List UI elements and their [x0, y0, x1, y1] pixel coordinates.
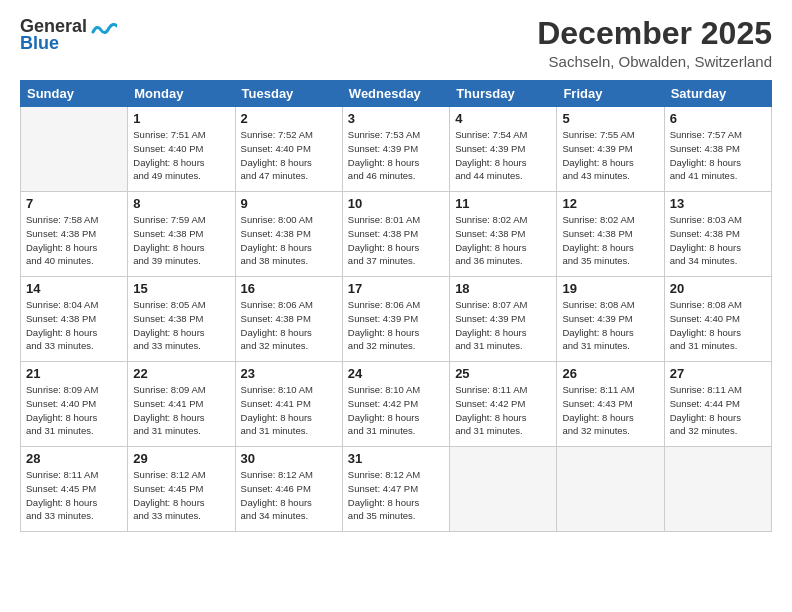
cell-line: Daylight: 8 hours	[562, 241, 658, 255]
cell-line: Daylight: 8 hours	[26, 326, 122, 340]
cell-line: Sunset: 4:38 PM	[133, 227, 229, 241]
cell-line: and 41 minutes.	[670, 169, 766, 183]
day-number: 21	[26, 366, 122, 381]
cell-line: Sunrise: 7:57 AM	[670, 128, 766, 142]
cell-content: Sunrise: 7:51 AMSunset: 4:40 PMDaylight:…	[133, 128, 229, 183]
cell-content: Sunrise: 7:57 AMSunset: 4:38 PMDaylight:…	[670, 128, 766, 183]
cell-content: Sunrise: 7:59 AMSunset: 4:38 PMDaylight:…	[133, 213, 229, 268]
cell-line: Daylight: 8 hours	[241, 241, 337, 255]
cell-line: Sunset: 4:41 PM	[241, 397, 337, 411]
cell-content: Sunrise: 8:11 AMSunset: 4:44 PMDaylight:…	[670, 383, 766, 438]
cell-line: and 37 minutes.	[348, 254, 444, 268]
cell-content: Sunrise: 8:02 AMSunset: 4:38 PMDaylight:…	[562, 213, 658, 268]
table-row: 6Sunrise: 7:57 AMSunset: 4:38 PMDaylight…	[664, 107, 771, 192]
cell-content: Sunrise: 8:12 AMSunset: 4:46 PMDaylight:…	[241, 468, 337, 523]
day-number: 11	[455, 196, 551, 211]
day-number: 17	[348, 281, 444, 296]
day-number: 31	[348, 451, 444, 466]
cell-content: Sunrise: 8:06 AMSunset: 4:39 PMDaylight:…	[348, 298, 444, 353]
table-row	[21, 107, 128, 192]
cell-line: Sunset: 4:39 PM	[455, 142, 551, 156]
cell-content: Sunrise: 7:55 AMSunset: 4:39 PMDaylight:…	[562, 128, 658, 183]
cell-line: Sunset: 4:39 PM	[455, 312, 551, 326]
cell-line: Sunrise: 8:11 AM	[562, 383, 658, 397]
day-number: 7	[26, 196, 122, 211]
cell-line: and 31 minutes.	[670, 339, 766, 353]
cell-line: Sunset: 4:45 PM	[26, 482, 122, 496]
cell-line: Sunset: 4:42 PM	[455, 397, 551, 411]
table-row: 11Sunrise: 8:02 AMSunset: 4:38 PMDayligh…	[450, 192, 557, 277]
cell-line: and 34 minutes.	[670, 254, 766, 268]
day-number: 30	[241, 451, 337, 466]
cell-line: Daylight: 8 hours	[348, 411, 444, 425]
cell-line: Sunset: 4:47 PM	[348, 482, 444, 496]
cell-line: Daylight: 8 hours	[133, 326, 229, 340]
day-number: 26	[562, 366, 658, 381]
cell-line: Sunrise: 8:06 AM	[348, 298, 444, 312]
cell-content: Sunrise: 8:07 AMSunset: 4:39 PMDaylight:…	[455, 298, 551, 353]
cell-line: Daylight: 8 hours	[455, 241, 551, 255]
day-number: 23	[241, 366, 337, 381]
cell-line: Daylight: 8 hours	[562, 156, 658, 170]
cell-line: Daylight: 8 hours	[562, 411, 658, 425]
cell-line: Sunset: 4:40 PM	[241, 142, 337, 156]
col-thursday: Thursday	[450, 81, 557, 107]
cell-line: Daylight: 8 hours	[670, 326, 766, 340]
cell-line: Sunrise: 8:09 AM	[133, 383, 229, 397]
cell-line: Sunset: 4:38 PM	[133, 312, 229, 326]
cell-line: Sunset: 4:38 PM	[241, 312, 337, 326]
cell-line: Daylight: 8 hours	[348, 496, 444, 510]
logo-wave-icon	[89, 18, 117, 36]
col-sunday: Sunday	[21, 81, 128, 107]
cell-content: Sunrise: 8:06 AMSunset: 4:38 PMDaylight:…	[241, 298, 337, 353]
cell-line: and 32 minutes.	[562, 424, 658, 438]
day-number: 8	[133, 196, 229, 211]
cell-line: Sunrise: 8:07 AM	[455, 298, 551, 312]
logo: General Blue	[20, 16, 117, 54]
cell-line: Daylight: 8 hours	[241, 326, 337, 340]
cell-content: Sunrise: 8:11 AMSunset: 4:45 PMDaylight:…	[26, 468, 122, 523]
col-monday: Monday	[128, 81, 235, 107]
page: General Blue December 2025 Sachseln, Obw…	[0, 0, 792, 612]
cell-line: Daylight: 8 hours	[348, 156, 444, 170]
day-number: 3	[348, 111, 444, 126]
cell-line: Daylight: 8 hours	[455, 326, 551, 340]
cell-line: Sunrise: 7:51 AM	[133, 128, 229, 142]
day-number: 10	[348, 196, 444, 211]
calendar-week-row: 14Sunrise: 8:04 AMSunset: 4:38 PMDayligh…	[21, 277, 772, 362]
cell-line: Sunset: 4:43 PM	[562, 397, 658, 411]
cell-line: Sunset: 4:38 PM	[670, 227, 766, 241]
cell-line: Daylight: 8 hours	[133, 241, 229, 255]
cell-line: Sunrise: 7:52 AM	[241, 128, 337, 142]
table-row: 26Sunrise: 8:11 AMSunset: 4:43 PMDayligh…	[557, 362, 664, 447]
cell-content: Sunrise: 8:11 AMSunset: 4:43 PMDaylight:…	[562, 383, 658, 438]
table-row: 17Sunrise: 8:06 AMSunset: 4:39 PMDayligh…	[342, 277, 449, 362]
table-row: 24Sunrise: 8:10 AMSunset: 4:42 PMDayligh…	[342, 362, 449, 447]
cell-content: Sunrise: 8:04 AMSunset: 4:38 PMDaylight:…	[26, 298, 122, 353]
cell-line: and 44 minutes.	[455, 169, 551, 183]
cell-line: Sunrise: 7:59 AM	[133, 213, 229, 227]
cell-content: Sunrise: 8:08 AMSunset: 4:40 PMDaylight:…	[670, 298, 766, 353]
cell-line: and 34 minutes.	[241, 509, 337, 523]
cell-line: Sunrise: 8:10 AM	[348, 383, 444, 397]
table-row: 25Sunrise: 8:11 AMSunset: 4:42 PMDayligh…	[450, 362, 557, 447]
table-row: 31Sunrise: 8:12 AMSunset: 4:47 PMDayligh…	[342, 447, 449, 532]
cell-line: Sunset: 4:45 PM	[133, 482, 229, 496]
cell-content: Sunrise: 8:00 AMSunset: 4:38 PMDaylight:…	[241, 213, 337, 268]
cell-line: Sunrise: 8:09 AM	[26, 383, 122, 397]
cell-line: and 31 minutes.	[26, 424, 122, 438]
cell-line: Sunrise: 8:06 AM	[241, 298, 337, 312]
cell-line: Daylight: 8 hours	[133, 496, 229, 510]
col-wednesday: Wednesday	[342, 81, 449, 107]
cell-line: Daylight: 8 hours	[26, 411, 122, 425]
day-number: 24	[348, 366, 444, 381]
cell-line: Sunrise: 8:00 AM	[241, 213, 337, 227]
day-number: 25	[455, 366, 551, 381]
cell-line: Sunrise: 8:02 AM	[562, 213, 658, 227]
table-row: 13Sunrise: 8:03 AMSunset: 4:38 PMDayligh…	[664, 192, 771, 277]
cell-line: and 32 minutes.	[670, 424, 766, 438]
location-subtitle: Sachseln, Obwalden, Switzerland	[537, 53, 772, 70]
cell-content: Sunrise: 7:52 AMSunset: 4:40 PMDaylight:…	[241, 128, 337, 183]
cell-line: Daylight: 8 hours	[26, 496, 122, 510]
table-row: 5Sunrise: 7:55 AMSunset: 4:39 PMDaylight…	[557, 107, 664, 192]
